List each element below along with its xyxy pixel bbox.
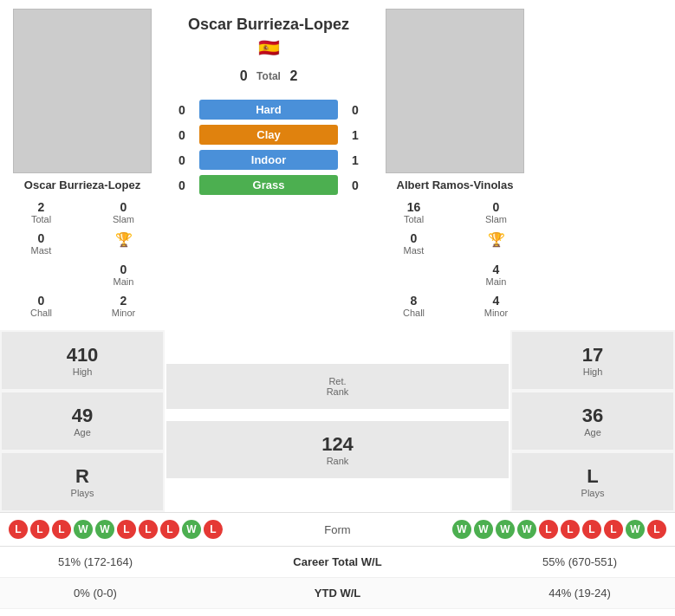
grass-score-left: 0 — [169, 178, 195, 192]
obl-rank-box: Ret. Rank — [166, 364, 509, 409]
obl-plays-stat: R Plays — [2, 453, 163, 510]
arv-age-label: Age — [521, 427, 665, 438]
clay-row: 0 Clay 1 — [169, 123, 368, 146]
player1-slam-value: 0 — [120, 200, 127, 214]
obl-age-label: Age — [10, 427, 154, 438]
total-label: Total — [256, 70, 281, 82]
obl-plays-label: Plays — [10, 488, 154, 498]
arv-age-value: 36 — [521, 405, 665, 427]
arv-plays-value: L — [521, 465, 665, 488]
hard-score-left: 0 — [169, 103, 195, 117]
stats-row-1: 0% (0-0)YTD W/L44% (19-24) — [0, 578, 675, 609]
obl-high-label: High — [10, 366, 154, 377]
stats-row-0: 51% (172-164)Career Total W/L55% (670-55… — [0, 547, 675, 578]
form-badge-w: W — [496, 520, 515, 539]
form-badge-w: W — [452, 520, 471, 539]
clay-score-left: 0 — [169, 128, 195, 142]
obl-plays-value: R — [10, 465, 154, 488]
player1-total-label: Total — [31, 214, 51, 224]
player1-stats-grid: 2 Total 0 Slam 0 Mast 🏆 0 Main — [0, 197, 165, 321]
mid-left: 410 High 49 Age R Plays — [0, 330, 165, 512]
form-badge-l: L — [117, 520, 136, 539]
arv-rank-value: 124 — [175, 433, 500, 456]
arv-age-stat: 36 Age — [512, 392, 673, 450]
form-badge-l: L — [160, 520, 179, 539]
player2-slam-label: Slam — [485, 214, 507, 224]
stats-table: 51% (172-164)Career Total W/L55% (670-55… — [0, 546, 675, 616]
total-row: 0 Total 2 — [226, 62, 311, 91]
form-badge-w: W — [474, 520, 493, 539]
form-badge-w: W — [74, 520, 93, 539]
player2-main-cell: 4 Main — [455, 259, 537, 290]
player2-name: Albert Ramos-Vinolas — [393, 178, 518, 191]
player2-slam-value: 0 — [493, 200, 500, 214]
arv-high-label: High — [521, 366, 665, 377]
player1-slam-cell: 0 Slam — [82, 197, 165, 228]
clay-btn[interactable]: Clay — [199, 125, 338, 145]
player1-photo — [13, 9, 152, 173]
form-label: Form — [303, 523, 373, 536]
player2-total-cell: 16 Total — [373, 197, 455, 228]
player1-chall-cell: 0 Chall — [0, 290, 82, 321]
form-badge-l: L — [30, 520, 49, 539]
indoor-score-left: 0 — [169, 153, 195, 167]
player1-mast-label: Mast — [31, 245, 52, 256]
player2-total-label: Total — [404, 214, 424, 224]
arv-high-value: 17 — [521, 344, 665, 366]
stats-left-1: 0% (0-0) — [17, 587, 173, 600]
stats-center-0: Career Total W/L — [173, 555, 502, 568]
clay-score-right: 1 — [342, 128, 368, 142]
indoor-row: 0 Indoor 1 — [169, 148, 368, 172]
arv-plays-label: Plays — [521, 488, 665, 498]
player1-trophy-cell: 🏆 — [82, 228, 165, 259]
player2-chall-cell: 8 Chall — [373, 290, 455, 321]
player1-minor-value: 2 — [120, 294, 127, 308]
obl-header-name: Oscar Burrieza-Lopez — [188, 16, 349, 34]
player1-form-badges: LLLWWLLLWL — [9, 520, 223, 539]
player1-chall-value: 0 — [38, 294, 45, 308]
obl-age-value: 49 — [10, 405, 154, 427]
arv-plays-stat: L Plays — [512, 453, 673, 510]
player1-total-value: 2 — [38, 200, 45, 214]
total-score-left: 0 — [230, 68, 256, 84]
obl-header: Oscar Burrieza-Lopez 🇪🇸 — [188, 9, 349, 62]
total-score-right: 2 — [281, 68, 307, 84]
player1-card: Oscar Burrieza-Lopez 2 Total 0 Slam 0 Ma… — [0, 9, 165, 321]
indoor-btn[interactable]: Indoor — [199, 150, 338, 170]
main-container: Oscar Burrieza-Lopez 2 Total 0 Slam 0 Ma… — [0, 0, 675, 616]
form-section: LLLWWLLLWL Form WWWWLLLLWL — [0, 512, 675, 546]
arv-rank-box: 124 Rank — [166, 421, 509, 478]
arv-high-stat: 17 High — [512, 332, 673, 389]
hard-btn[interactable]: Hard — [199, 100, 338, 120]
stats-center-1: YTD W/L — [173, 587, 502, 600]
obl-age-stat: 49 Age — [2, 392, 163, 450]
player1-main-cell: 0 Main — [82, 259, 165, 290]
arv-rank-label: Rank — [175, 456, 500, 466]
player2-mast-label: Mast — [404, 245, 425, 256]
player2-main-label: Main — [486, 276, 507, 287]
player2-minor-cell: 4 Minor — [455, 290, 537, 321]
player1-main-label: Main — [114, 276, 134, 287]
obl-high-value: 410 — [10, 344, 154, 366]
grass-btn[interactable]: Grass — [199, 175, 338, 195]
player2-form-badges: WWWWLLLLWL — [452, 520, 666, 539]
player2-photo — [386, 9, 524, 173]
stats-right-1: 44% (19-24) — [502, 587, 658, 600]
surface-rows: 0 Hard 0 0 Clay 1 0 Indoor 1 0 Grass — [165, 98, 373, 197]
form-badge-w: W — [95, 520, 114, 539]
form-badge-l: L — [204, 520, 223, 539]
player1-mast-cell: 0 Mast — [0, 228, 82, 259]
obl-rank-label-top: Ret. — [175, 376, 500, 386]
mid-right: 17 High 36 Age L Plays — [510, 330, 675, 512]
form-badge-l: L — [539, 520, 558, 539]
player1-minor-cell: 2 Minor — [82, 290, 165, 321]
player2-mast-cell: 0 Mast — [373, 228, 455, 259]
player2-minor-value: 4 — [493, 294, 500, 308]
form-badge-l: L — [9, 520, 28, 539]
stats-row-2: $0Career Prize Money$5,201,884 — [0, 609, 675, 616]
form-badge-l: L — [582, 520, 601, 539]
form-badge-l: L — [604, 520, 623, 539]
player2-mast-value: 0 — [411, 231, 418, 245]
hard-row: 0 Hard 0 — [169, 98, 368, 121]
player1-chall-label: Chall — [30, 308, 52, 318]
